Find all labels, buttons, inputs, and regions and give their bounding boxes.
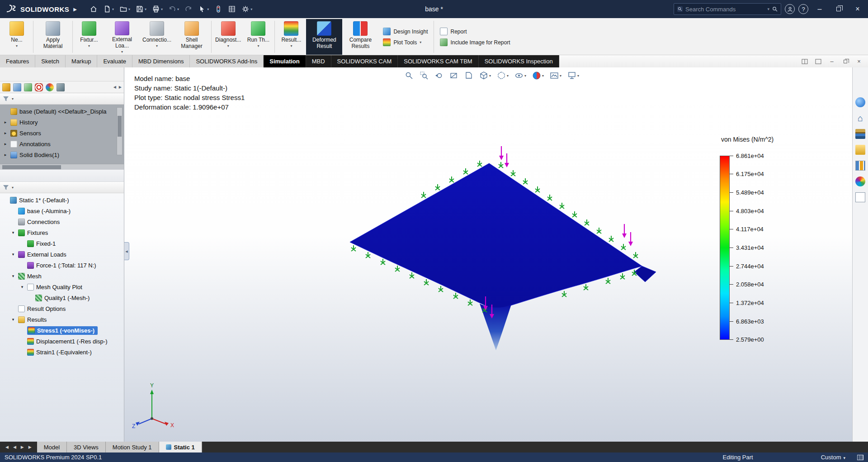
tab-solidworks-cam-tbm[interactable]: SOLIDWORKS CAM TBM [398,55,478,67]
report-button[interactable]: Report [440,28,510,35]
study-tree-item-results[interactable]: Results [0,314,124,325]
include-image-for-report-button[interactable]: Include Image for Report [440,38,510,46]
tab-3d-views[interactable]: 3D Views [67,442,106,452]
tab-model[interactable]: Model [37,442,67,452]
selected-tree-item[interactable]: Stress1 (-vonMises-) [27,326,98,335]
pane-split-button[interactable] [800,57,809,66]
filter-caret-icon[interactable] [12,97,14,101]
study-tree-item-force1[interactable]: Force-1 (:Total: 117 N:) [0,260,124,271]
expand-caret-icon[interactable] [10,317,16,322]
dropdown-caret-icon[interactable] [207,7,209,11]
panel-tab-prev-icon[interactable] [113,85,116,89]
dropdown-caret-icon[interactable] [161,7,163,11]
shell-manager-button[interactable]: Shell Manager [174,19,210,55]
configurationmanager-tab-icon[interactable] [24,83,32,91]
fixtures-advisor-button[interactable]: Fixtur... [74,19,104,55]
sheet-nav-next-icon[interactable] [21,445,24,449]
dropdown-caret-icon[interactable] [156,44,158,48]
results-advisor-button[interactable]: Result... [276,19,306,55]
design-library-icon[interactable] [855,129,865,139]
command-search[interactable] [674,3,781,15]
graphics-viewport[interactable]: Model name: base Study name: Static 1(-D… [124,67,852,442]
save-button[interactable] [134,4,148,14]
sheet-nav-first-icon[interactable] [5,445,9,449]
connections-advisor-button[interactable]: Connectio... [140,19,174,55]
file-explorer-icon[interactable] [855,145,865,155]
tab-solidworks-add-ins[interactable]: SOLIDWORKS Add-Ins [190,55,264,67]
search-icon[interactable] [772,6,778,12]
dropdown-caret-icon[interactable] [145,7,146,11]
file-properties-button[interactable] [226,4,238,14]
tab-sketch[interactable]: Sketch [35,55,66,67]
study-tree-item-fixtures[interactable]: Fixtures [0,227,124,238]
redo-button[interactable] [183,4,194,14]
dropdown-caret-icon[interactable] [250,7,252,11]
panel-splitter-handle[interactable] [124,242,129,260]
units-selector[interactable]: Custom [821,454,845,461]
doc-close-button[interactable] [854,57,863,66]
compare-results-button[interactable]: Compare Results [342,19,378,55]
restore-button[interactable] [831,2,846,16]
study-tree-item-base[interactable]: base (-Alumina-) [0,205,124,216]
study-tree-item-quality1[interactable]: Quality1 (-Mesh-) [0,292,124,303]
expand-caret-icon[interactable] [10,230,16,235]
study-tree-item-static1[interactable]: Static 1* (-Default-) [0,195,124,205]
apply-material-button[interactable]: Apply Material [35,19,71,55]
help-button[interactable] [798,4,808,14]
tab-features[interactable]: Features [0,55,35,67]
study-tree-item-stress1-selected[interactable]: Stress1 (-vonMises-) [0,325,124,336]
tab-solidworks-inspection[interactable]: SOLIDWORKS Inspection [479,55,559,67]
feature-tree-item-history[interactable]: History [0,117,124,128]
options-button[interactable] [240,4,254,14]
cam-manager-tab-icon[interactable] [57,83,65,91]
dropdown-caret-icon[interactable] [420,40,421,44]
expand-caret-icon[interactable] [19,285,25,289]
panel-tab-next-icon[interactable] [119,85,122,89]
feature-tree-item-sensors[interactable]: Sensors [0,128,124,138]
external-loads-advisor-button[interactable]: External Loa... [104,19,140,55]
diagnostic-tools-button[interactable]: Diagnost... [213,19,243,55]
featuremanager-tab-icon[interactable] [2,83,10,91]
home-button[interactable] [88,4,99,14]
expand-caret-icon[interactable] [3,120,8,124]
study-tree-item-fixed1[interactable]: Fixed-1 [0,238,124,249]
tab-evaluate[interactable]: Evaluate [97,55,132,67]
minimize-button[interactable] [812,2,827,16]
tab-markup[interactable]: Markup [66,55,97,67]
sheet-nav-last-icon[interactable] [28,445,32,449]
study-tree-item-connections[interactable]: Connections [0,216,124,227]
print-button[interactable] [150,4,165,14]
tree-vertical-scrollbar[interactable] [117,107,123,155]
expand-caret-icon[interactable] [3,142,8,146]
scrollbar-thumb[interactable] [2,165,61,169]
doc-restore-button[interactable] [841,57,850,66]
dropdown-caret-icon[interactable] [177,7,179,11]
custom-properties-icon[interactable] [855,192,865,202]
undo-button[interactable] [166,4,181,14]
tab-simulation[interactable]: Simulation [264,55,306,67]
expand-caret-icon[interactable] [3,152,8,157]
tab-static-1[interactable]: Static 1 [159,442,202,452]
dropdown-caret-icon[interactable] [112,7,114,11]
view-palette-icon[interactable] [855,161,865,171]
dropdown-caret-icon[interactable] [128,7,130,11]
expand-caret-icon[interactable] [3,131,8,135]
dropdown-caret-icon[interactable] [121,50,123,54]
feature-tree-item-solid-bodies[interactable]: Solid Bodies(1) [0,149,124,160]
dropdown-caret-icon[interactable] [257,44,259,48]
expand-caret-icon[interactable] [10,252,16,257]
pane-single-button[interactable] [814,57,823,66]
new-study-button[interactable]: Ne... [2,19,32,55]
task-home-icon[interactable] [855,113,865,123]
expand-caret-icon[interactable] [10,274,16,278]
propertymanager-tab-icon[interactable] [13,83,21,91]
dimxpertmanager-tab-icon[interactable] [35,83,43,91]
feature-tree-root[interactable]: base (Default) <<Default>_Displa [0,106,124,117]
tab-motion-study-1[interactable]: Motion Study 1 [106,442,159,452]
design-insight-button[interactable]: Design Insight [383,28,428,35]
tab-solidworks-cam[interactable]: SOLIDWORKS CAM [331,55,398,67]
study-tree-item-result-options[interactable]: Result Options [0,303,124,314]
tree-filter-bar[interactable] [0,93,124,105]
scrollbar-thumb[interactable] [118,116,122,137]
sheet-nav-prev-icon[interactable] [13,445,16,449]
